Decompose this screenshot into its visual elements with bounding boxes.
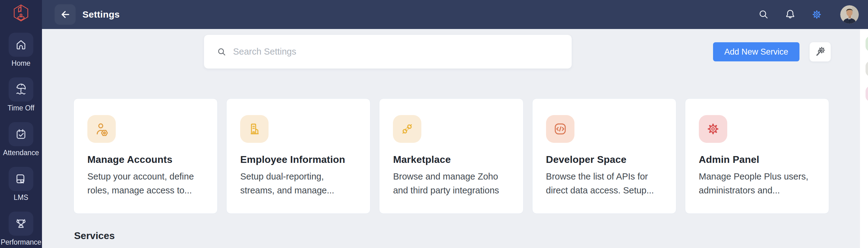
card-title: Admin Panel [699,154,817,165]
dock-app-pill[interactable] [866,61,868,76]
card-admin-panel[interactable]: Admin Panel Manage People Plus users, ad… [685,98,829,214]
user-gear-icon [87,115,116,143]
topbar-actions [757,5,859,24]
card-description: Browse the list of APIs for direct data … [546,170,664,198]
sidebar-item-label: LMS [13,193,28,202]
search-icon [216,46,227,57]
home-icon [9,33,33,57]
card-title: Employee Information [240,154,359,165]
book-icon [9,167,33,191]
service-config-button[interactable] [809,42,831,62]
admin-gear-icon [699,115,727,143]
beach-umbrella-icon [9,77,33,102]
card-description: Browse and manage Zoho and third party i… [393,170,511,198]
card-marketplace[interactable]: Marketplace Browse and manage Zoho and t… [379,98,523,214]
card-title: Manage Accounts [87,154,206,165]
building-icon [240,115,269,143]
sidebar-item-label: Time Off [8,104,35,112]
service-config-gear-wrench-icon [814,46,826,58]
settings-card-row: Manage Accounts Setup your account, defi… [73,98,829,214]
card-title: Marketplace [393,154,511,165]
page-title: Settings [83,9,120,20]
card-developer-space[interactable]: Developer Space Browse the list of APIs … [532,98,676,214]
sidebar-item-home[interactable]: Home [9,33,33,67]
search-icon [757,8,770,21]
notifications-bell-icon [784,8,797,21]
plug-connect-icon [393,115,421,143]
user-avatar[interactable] [840,5,859,24]
right-dock-panel[interactable] [860,29,868,248]
settings-search-input[interactable] [233,46,572,57]
dock-app-pill[interactable] [866,86,868,102]
sidebar-item-attendance[interactable]: Attendance [3,122,39,157]
card-description: Setup your account, define roles, manage… [87,170,206,198]
topbar: Settings [42,0,868,29]
notifications-button[interactable] [783,8,797,21]
sidebar-item-label: Performance [1,238,41,246]
dock-app-pill[interactable] [866,36,868,51]
settings-main: Add New Service [42,29,860,248]
sidebar-item-label: Attendance [3,149,39,157]
sidebar-item-label: Home [11,59,30,67]
sidebar-item-lms[interactable]: LMS [9,167,33,202]
card-description: Setup dual-reporting, streams, and manag… [240,170,359,198]
search-button[interactable] [757,8,771,21]
card-description: Manage People Plus users, administrators… [699,170,817,198]
card-manage-accounts[interactable]: Manage Accounts Setup your account, defi… [73,98,218,214]
trophy-icon [9,212,33,236]
settings-search-box[interactable] [204,35,572,69]
calendar-check-icon [9,122,33,146]
services-section-title: Services [74,230,115,242]
back-button[interactable] [55,4,75,25]
settings-gear-icon [810,8,823,21]
sidebar: Home Time Off [0,0,42,248]
sidebar-item-timeoff[interactable]: Time Off [8,77,35,112]
app-window: Home Time Off [0,0,868,248]
people-plus-logo-icon[interactable] [11,3,31,23]
sidebar-nav: Home Time Off [0,33,42,246]
add-new-service-button[interactable]: Add New Service [713,42,800,61]
sidebar-item-performance[interactable]: Performance [1,212,41,246]
card-employee-information[interactable]: Employee Information Setup dual-reportin… [226,98,370,214]
card-title: Developer Space [546,154,664,165]
code-square-icon [546,115,575,143]
settings-button-active[interactable] [810,8,824,21]
back-arrow-icon [58,7,72,22]
